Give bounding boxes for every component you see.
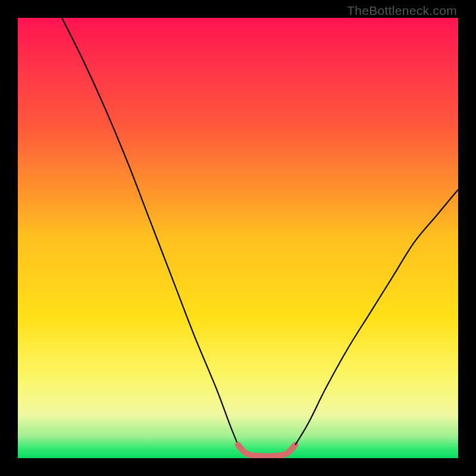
- bottleneck-chart: [18, 18, 458, 458]
- gradient-background: [18, 18, 458, 458]
- watermark-text: TheBottleneck.com: [347, 4, 457, 18]
- chart-svg: [18, 18, 458, 458]
